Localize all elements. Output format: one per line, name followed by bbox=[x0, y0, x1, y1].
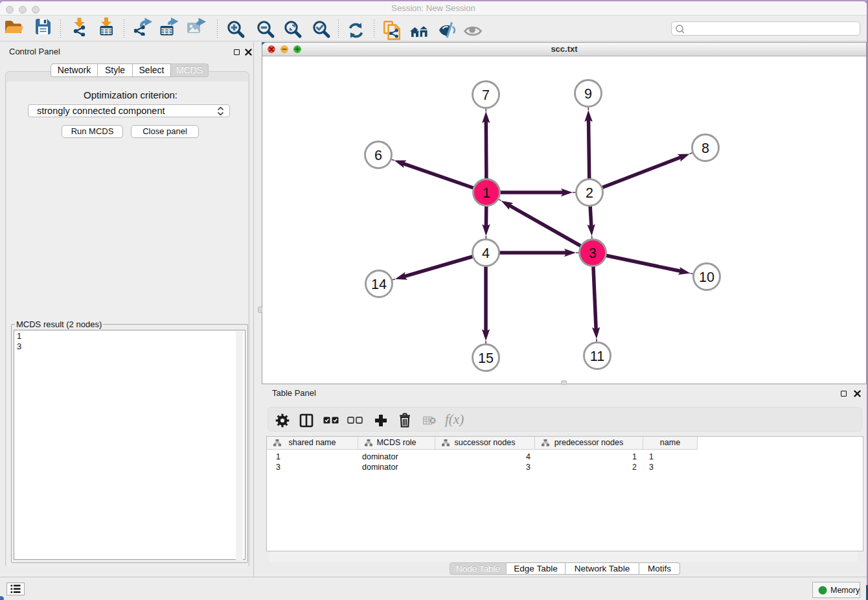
svg-text:11: 11 bbox=[590, 349, 604, 364]
svg-text:1: 1 bbox=[483, 185, 490, 201]
svg-text:15: 15 bbox=[478, 351, 494, 366]
svg-text:6: 6 bbox=[374, 148, 382, 163]
svg-text:8: 8 bbox=[702, 141, 709, 156]
svg-text:2: 2 bbox=[586, 185, 593, 201]
svg-text:4: 4 bbox=[482, 246, 490, 261]
svg-text:14: 14 bbox=[371, 277, 387, 292]
svg-text:7: 7 bbox=[482, 87, 490, 103]
svg-text:10: 10 bbox=[699, 270, 714, 285]
svg-text:3: 3 bbox=[589, 246, 597, 261]
svg-text:9: 9 bbox=[584, 86, 592, 102]
